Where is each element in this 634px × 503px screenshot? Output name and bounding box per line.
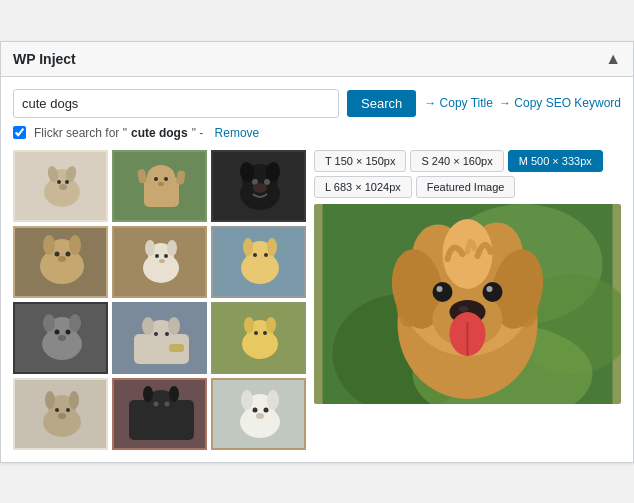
svg-point-108 (433, 282, 453, 302)
svg-point-23 (253, 183, 267, 193)
svg-point-74 (69, 391, 79, 409)
svg-point-36 (167, 240, 177, 256)
svg-point-107 (459, 306, 469, 312)
svg-point-53 (66, 329, 71, 334)
svg-point-6 (65, 180, 69, 184)
svg-point-44 (267, 238, 277, 256)
flickr-remove-link[interactable]: Remove (215, 126, 260, 140)
size-buttons: T 150 × 150px S 240 × 160px M 500 × 333p… (314, 150, 621, 198)
right-panel: T 150 × 150px S 240 × 160px M 500 × 333p… (306, 150, 621, 450)
svg-point-35 (145, 240, 155, 256)
grid-image-2[interactable] (112, 150, 207, 222)
svg-point-45 (253, 253, 257, 257)
flickr-row: Flickr search for "cute dogs" - Remove (13, 126, 621, 140)
flickr-prefix: Flickr search for " (34, 126, 127, 140)
svg-point-66 (244, 317, 254, 333)
svg-point-58 (142, 317, 154, 335)
svg-point-39 (159, 259, 165, 263)
svg-rect-62 (169, 344, 184, 352)
copy-seo-link[interactable]: → Copy SEO Keyword (499, 96, 621, 110)
svg-point-92 (256, 413, 264, 419)
svg-point-68 (254, 331, 258, 335)
copy-title-link[interactable]: → Copy Title (424, 96, 493, 110)
grid-image-5[interactable] (112, 226, 207, 298)
grid-image-7[interactable] (13, 302, 108, 374)
main-content: T 150 × 150px S 240 × 160px M 500 × 333p… (13, 150, 621, 450)
copy-links: → Copy Title → Copy SEO Keyword (424, 96, 621, 110)
svg-point-22 (264, 179, 270, 185)
svg-point-28 (69, 235, 81, 255)
svg-point-61 (165, 332, 169, 336)
svg-point-30 (66, 251, 71, 256)
widget-body: Search → Copy Title → Copy SEO Keyword F… (1, 77, 633, 462)
svg-point-52 (55, 329, 60, 334)
grid-image-11[interactable] (112, 378, 207, 450)
svg-point-37 (155, 254, 159, 258)
grid-image-3[interactable] (211, 150, 306, 222)
search-row: Search → Copy Title → Copy SEO Keyword (13, 89, 621, 118)
grid-image-1[interactable] (13, 150, 108, 222)
svg-point-111 (487, 286, 493, 292)
flickr-query: cute dogs (131, 126, 188, 140)
svg-point-7 (59, 184, 67, 190)
svg-point-109 (483, 282, 503, 302)
svg-point-89 (267, 390, 279, 410)
svg-point-110 (437, 286, 443, 292)
search-input[interactable] (13, 89, 339, 118)
svg-point-91 (264, 407, 269, 412)
size-btn-S[interactable]: S 240 × 160px (410, 150, 503, 172)
svg-point-54 (58, 335, 66, 341)
svg-point-88 (241, 390, 253, 410)
featured-image-btn[interactable]: Featured Image (416, 176, 516, 198)
svg-point-76 (66, 408, 70, 412)
svg-point-15 (158, 182, 164, 186)
svg-point-69 (263, 331, 267, 335)
widget-title: WP Inject (13, 51, 76, 67)
svg-point-67 (266, 317, 276, 333)
svg-point-83 (154, 401, 159, 406)
flickr-checkbox[interactable] (13, 126, 26, 139)
svg-point-60 (154, 332, 158, 336)
grid-image-10[interactable] (13, 378, 108, 450)
svg-point-31 (58, 256, 66, 262)
size-btn-L[interactable]: L 683 × 1024px (314, 176, 412, 198)
search-button[interactable]: Search (347, 90, 416, 117)
svg-point-77 (58, 413, 66, 419)
svg-point-82 (169, 386, 179, 402)
grid-image-12[interactable] (211, 378, 306, 450)
preview-image[interactable] (314, 204, 621, 404)
grid-image-9[interactable] (211, 302, 306, 374)
svg-point-14 (164, 177, 168, 181)
svg-point-13 (154, 177, 158, 181)
svg-point-50 (43, 314, 55, 332)
svg-point-81 (143, 386, 153, 402)
widget-toggle-icon[interactable]: ▲ (605, 50, 621, 68)
flickr-suffix: " - (192, 126, 204, 140)
size-btn-M[interactable]: M 500 × 333px (508, 150, 603, 172)
svg-point-38 (164, 254, 168, 258)
svg-point-43 (243, 238, 253, 256)
svg-point-90 (253, 407, 258, 412)
svg-point-75 (55, 408, 59, 412)
svg-point-59 (168, 317, 180, 335)
grid-image-8[interactable] (112, 302, 207, 374)
svg-point-5 (57, 180, 61, 184)
svg-point-84 (165, 401, 170, 406)
svg-point-73 (45, 391, 55, 409)
size-btn-T[interactable]: T 150 × 150px (314, 150, 406, 172)
svg-point-46 (264, 253, 268, 257)
wp-inject-widget: WP Inject ▲ Search → Copy Title → Copy S… (0, 41, 634, 463)
grid-image-6[interactable] (211, 226, 306, 298)
image-grid (13, 150, 306, 450)
svg-point-51 (69, 314, 81, 332)
svg-point-27 (43, 235, 55, 255)
widget-header: WP Inject ▲ (1, 42, 633, 77)
grid-image-4[interactable] (13, 226, 108, 298)
svg-point-29 (55, 251, 60, 256)
